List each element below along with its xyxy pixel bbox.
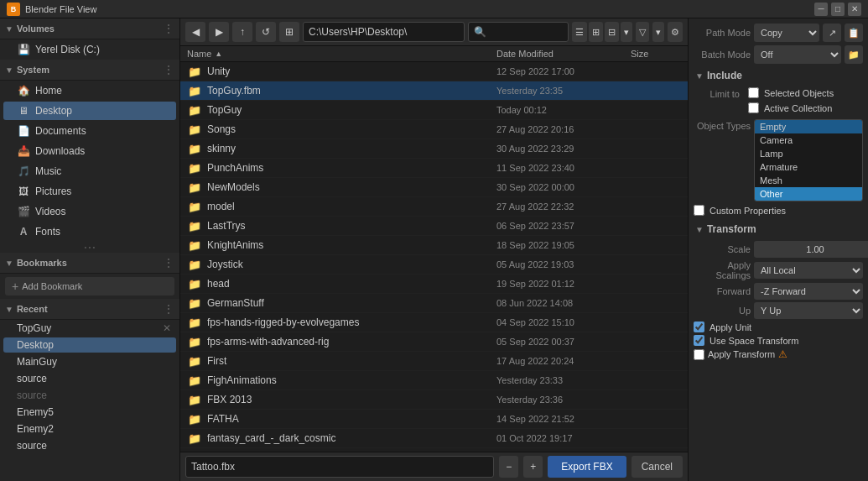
view-grid2-button[interactable]: ⊟: [605, 22, 619, 42]
file-row[interactable]: 📁 KnightAnims 18 Sep 2022 19:05: [180, 236, 688, 255]
recent-item-source2[interactable]: source: [3, 388, 176, 403]
custom-properties-checkbox[interactable]: [694, 205, 704, 216]
bookmarks-section-header[interactable]: ▼ Bookmarks ⋮: [0, 253, 179, 274]
file-row[interactable]: 📁 model 27 Aug 2022 22:32: [180, 197, 688, 217]
file-row[interactable]: 📁 Joystick 05 Aug 2022 19:03: [180, 255, 688, 274]
special-button[interactable]: ⊞: [279, 22, 299, 42]
sidebar-item-documents[interactable]: 📄 Documents: [3, 122, 176, 140]
volumes-menu-icon[interactable]: ⋮: [163, 22, 174, 35]
up-select[interactable]: Y Up: [754, 302, 863, 319]
fonts-icon: A: [17, 225, 30, 238]
path-input[interactable]: [303, 22, 465, 42]
forward-select[interactable]: -Z Forward: [754, 283, 863, 300]
file-list[interactable]: 📁 Unity 12 Sep 2022 17:00 📁 TopGuy.fbm Y…: [180, 62, 688, 452]
recent-topguy-close[interactable]: ✕: [163, 322, 171, 334]
apply-unit-checkbox[interactable]: [694, 322, 704, 332]
object-type-item[interactable]: Empty: [755, 120, 862, 133]
cancel-button[interactable]: Cancel: [632, 456, 683, 478]
recent-item-source3[interactable]: source: [3, 438, 176, 453]
settings-button[interactable]: ⚙: [668, 22, 683, 42]
close-button[interactable]: ✕: [848, 3, 861, 16]
recent-item-enemy5[interactable]: Enemy5: [3, 405, 176, 420]
filter-dropdown-button[interactable]: ▾: [652, 22, 664, 42]
refresh-button[interactable]: ↺: [256, 22, 276, 42]
include-section-label: Include: [707, 70, 742, 81]
file-row[interactable]: 📁 Unity 12 Sep 2022 17:00: [180, 62, 688, 81]
sidebar-item-pictures[interactable]: 🖼 Pictures: [3, 182, 176, 201]
object-type-item[interactable]: Lamp: [755, 147, 862, 160]
system-section-header[interactable]: ▼ System ⋮: [0, 60, 179, 81]
recent-item-source1[interactable]: source: [3, 371, 176, 386]
sidebar-item-c-drive[interactable]: 💾 Yerel Disk (C:): [3, 40, 176, 59]
file-row[interactable]: 📁 FATHA 14 Sep 2022 21:52: [180, 410, 688, 429]
add-bookmark-button[interactable]: + Add Bookmark: [5, 277, 174, 295]
file-row[interactable]: 📁 LastTrys 06 Sep 2022 23:57: [180, 217, 688, 236]
selected-objects-label: Selected Objects: [764, 88, 834, 98]
col-size-header[interactable]: Size: [631, 49, 681, 59]
file-row[interactable]: 📁 skinny 30 Aug 2022 23:29: [180, 139, 688, 159]
sidebar-item-fonts[interactable]: A Fonts: [3, 222, 176, 241]
file-row[interactable]: 📁 Songs 27 Aug 2022 20:16: [180, 120, 688, 139]
scale-input[interactable]: [754, 241, 868, 258]
file-row[interactable]: 📁 FighAnimations Yesterday 23:33: [180, 371, 688, 390]
apply-scalings-select[interactable]: All Local: [754, 262, 863, 279]
file-row[interactable]: 📁 head 19 Sep 2022 01:12: [180, 274, 688, 294]
file-row[interactable]: 📁 TopGuy Today 00:12: [180, 101, 688, 120]
path-mode-icon1[interactable]: ↗: [823, 24, 841, 42]
path-mode-icon2[interactable]: 📋: [845, 24, 863, 42]
file-row[interactable]: 📁 FBX 2013 Yesterday 23:36: [180, 390, 688, 410]
file-row[interactable]: 📁 First 17 Aug 2022 20:24: [180, 352, 688, 371]
object-type-item[interactable]: Camera: [755, 133, 862, 147]
file-row[interactable]: 📁 PunchAnims 11 Sep 2022 23:40: [180, 159, 688, 178]
selected-objects-checkbox[interactable]: [748, 87, 759, 98]
object-type-item[interactable]: Armature: [755, 160, 862, 174]
view-list-button[interactable]: ☰: [572, 22, 587, 42]
apply-transform-checkbox[interactable]: [694, 349, 704, 360]
sidebar-item-home[interactable]: 🏠 Home: [3, 81, 176, 100]
active-collection-checkbox[interactable]: [748, 102, 759, 113]
batch-mode-select[interactable]: Off: [754, 45, 841, 64]
col-modified-header[interactable]: Date Modified: [496, 49, 631, 59]
decrement-button[interactable]: −: [499, 456, 518, 478]
batch-mode-icon[interactable]: 📁: [845, 45, 863, 64]
forward-button[interactable]: ▶: [209, 22, 229, 42]
object-type-item[interactable]: Mesh: [755, 174, 862, 187]
file-row[interactable]: 📁 NewModels 30 Sep 2022 00:00: [180, 178, 688, 197]
recent-section-header[interactable]: ▼ Recent ⋮: [0, 299, 179, 320]
path-mode-select[interactable]: Copy: [754, 24, 819, 42]
recent-item-enemy2[interactable]: Enemy2: [3, 421, 176, 437]
view-dropdown-button[interactable]: ▾: [621, 22, 632, 42]
object-type-item[interactable]: Other: [755, 187, 862, 201]
sidebar-item-desktop[interactable]: 🖥 Desktop: [3, 102, 176, 120]
col-name-header[interactable]: Name ▲: [187, 49, 496, 59]
up-button[interactable]: ↑: [232, 22, 252, 42]
file-row[interactable]: 📁 fantasy_card_-_dark_cosmic 01 Oct 2022…: [180, 429, 688, 448]
include-section-header[interactable]: ▼ Include: [694, 67, 863, 84]
view-grid1-button[interactable]: ⊞: [589, 22, 603, 42]
recent-menu-icon[interactable]: ⋮: [163, 302, 174, 316]
use-space-transform-checkbox[interactable]: [694, 335, 704, 346]
sidebar-item-music[interactable]: 🎵 Music: [3, 162, 176, 180]
recent-item-topguy[interactable]: TopGuy ✕: [3, 321, 176, 336]
minimize-button[interactable]: ─: [814, 3, 828, 16]
filename-input[interactable]: [185, 456, 494, 478]
file-row[interactable]: 📁 GermanStuff 08 Jun 2022 14:08: [180, 294, 688, 313]
file-modified: 18 Sep 2022 19:05: [496, 240, 631, 250]
file-row[interactable]: 📁 TopGuy.fbm Yesterday 23:35: [180, 81, 688, 101]
recent-item-mainguy[interactable]: MainGuy: [3, 354, 176, 369]
sidebar-item-downloads[interactable]: 📥 Downloads: [3, 142, 176, 160]
export-button[interactable]: Export FBX: [548, 456, 626, 478]
increment-button[interactable]: +: [523, 456, 543, 478]
bookmarks-menu-icon[interactable]: ⋮: [163, 256, 174, 269]
search-input[interactable]: [468, 22, 569, 42]
sidebar-item-videos[interactable]: 🎬 Videos: [3, 202, 176, 221]
recent-item-desktop[interactable]: Desktop: [3, 337, 176, 353]
back-button[interactable]: ◀: [185, 22, 205, 42]
file-row[interactable]: 📁 fps-arms-with-advanced-rig 05 Sep 2022…: [180, 332, 688, 352]
system-menu-icon[interactable]: ⋮: [163, 63, 174, 76]
file-row[interactable]: 📁 fps-hands-rigged-by-evolvegames 04 Sep…: [180, 313, 688, 332]
filter-button[interactable]: ▽: [636, 22, 649, 42]
maximize-button[interactable]: □: [831, 3, 845, 16]
transform-section-header[interactable]: ▼ Transform: [694, 221, 863, 238]
volumes-section-header[interactable]: ▼ Volumes ⋮: [0, 18, 179, 39]
